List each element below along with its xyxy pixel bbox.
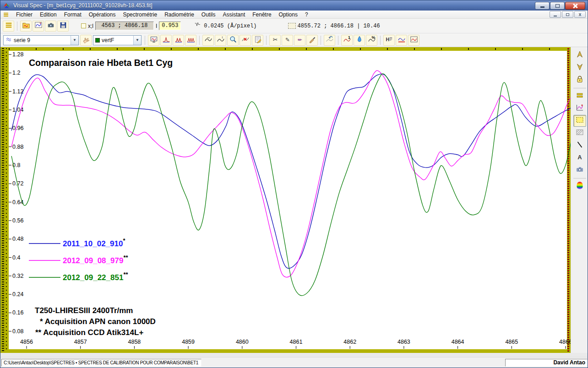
close-icon bbox=[573, 4, 577, 8]
dispersion-value: 0.0245 (Å/pixel) bbox=[204, 23, 256, 29]
hatch-icon bbox=[575, 128, 584, 139]
open-profile-button[interactable] bbox=[20, 21, 32, 32]
svg-text:H: H bbox=[386, 37, 389, 42]
undo-icon: ↶ bbox=[326, 35, 334, 45]
contrast-button[interactable] bbox=[573, 127, 586, 139]
y-tick bbox=[9, 128, 11, 129]
draw-curve-button[interactable]: ✎ bbox=[282, 35, 293, 46]
fit-horizontal-button[interactable]: ↔ bbox=[202, 35, 214, 46]
letterA-icon: A bbox=[575, 152, 584, 163]
erase-annotation-button[interactable] bbox=[252, 35, 263, 46]
svg-text:↑: ↑ bbox=[221, 35, 223, 40]
delete-curve-button[interactable]: × bbox=[240, 35, 251, 46]
uparrow-icon bbox=[575, 50, 584, 61]
lock-button[interactable] bbox=[573, 74, 586, 86]
y-tick-label: 1.2 bbox=[12, 70, 20, 76]
line-tool-button[interactable] bbox=[573, 140, 586, 152]
series-toolbar: serie 9 ▼ vertF ▼ ↔↑×✂✎✏↶1%H bbox=[0, 33, 588, 47]
normalize-curve-button[interactable]: 1 bbox=[341, 35, 353, 46]
x-tick-label: 4859 bbox=[182, 339, 195, 345]
crop-curve-button[interactable] bbox=[408, 35, 419, 46]
water-line-button[interactable] bbox=[354, 35, 365, 46]
stripes-icon bbox=[5, 21, 13, 31]
close-button[interactable] bbox=[565, 2, 585, 10]
profile-base1-button[interactable] bbox=[160, 35, 172, 46]
x-tick bbox=[242, 346, 242, 349]
chart-title: Comparaison raie Hbeta Bet1 Cyg bbox=[29, 58, 173, 68]
downarrow-icon bbox=[575, 62, 584, 73]
chartx-icon bbox=[34, 21, 43, 31]
menu-assistant[interactable]: Assistant bbox=[219, 11, 249, 18]
coord-range-field: 4563 ; 4866.18 bbox=[95, 22, 154, 30]
zoom-button[interactable] bbox=[227, 35, 239, 46]
cut-curve-button[interactable]: ✂ bbox=[269, 35, 281, 46]
chevron-down-icon[interactable]: ▼ bbox=[133, 36, 141, 45]
left-ruler-ticks bbox=[6, 48, 7, 352]
menu-outils[interactable]: Outils bbox=[198, 11, 219, 18]
menu-options[interactable]: Options bbox=[275, 11, 301, 18]
undo-curve-button[interactable]: ↶ bbox=[324, 35, 335, 46]
profile-base3-button[interactable] bbox=[185, 35, 196, 46]
add-curve-button[interactable] bbox=[573, 103, 586, 114]
profile-base2-button[interactable] bbox=[173, 35, 184, 46]
equalize-button[interactable] bbox=[573, 90, 586, 102]
percent-curve-button[interactable]: % bbox=[366, 35, 377, 46]
left-ruler bbox=[2, 48, 4, 352]
menu-oprations[interactable]: Opérations bbox=[85, 11, 120, 18]
intensity-label: I bbox=[156, 23, 157, 29]
x-tick bbox=[296, 346, 296, 349]
magnifier-icon bbox=[229, 35, 237, 45]
continuum-button[interactable] bbox=[396, 35, 407, 46]
menu-edition[interactable]: Edition bbox=[36, 11, 60, 18]
compare-profiles-button[interactable] bbox=[33, 21, 44, 32]
y-tick bbox=[9, 331, 11, 331]
mdi-close-button[interactable]: x bbox=[574, 11, 586, 18]
smooth-curve-button[interactable] bbox=[306, 35, 318, 46]
mdi-restore-button[interactable] bbox=[562, 11, 573, 18]
spectrum-plot[interactable]: 1.281.21.121.040.960.880.80.720.640.560.… bbox=[9, 51, 567, 349]
restore-button[interactable] bbox=[550, 2, 565, 10]
menu-spectromtrie[interactable]: Spectrométrie bbox=[119, 11, 161, 18]
capture-image-button[interactable] bbox=[45, 21, 56, 32]
coord-checkbox[interactable] bbox=[81, 23, 86, 28]
scroll-up-button[interactable] bbox=[573, 49, 586, 61]
save-button[interactable] bbox=[57, 21, 69, 32]
legend-label: 2011_10_02_910* bbox=[63, 237, 125, 248]
snapshot-button[interactable] bbox=[573, 164, 586, 176]
select-region-button[interactable] bbox=[573, 115, 586, 127]
menu-format[interactable]: Format bbox=[60, 11, 85, 18]
right-ruler bbox=[567, 48, 569, 352]
display-settings-button[interactable] bbox=[148, 35, 159, 46]
pick-point-button[interactable]: ✏ bbox=[294, 35, 305, 46]
x-tick-label: 4858 bbox=[128, 339, 141, 345]
camera2-icon bbox=[575, 165, 584, 176]
palette-button[interactable] bbox=[573, 180, 586, 192]
y-tick-label: 0.08 bbox=[12, 328, 23, 335]
menu-fentre[interactable]: Fenêtre bbox=[249, 11, 275, 18]
x-tick-label: 4860 bbox=[236, 339, 249, 345]
menu-?[interactable]: ? bbox=[301, 11, 312, 18]
x-tick bbox=[80, 346, 81, 349]
title-bar[interactable]: Visual Spec - [m_bet1cyg_20111002_91028v… bbox=[0, 0, 588, 11]
curveup-icon: ↑ bbox=[217, 35, 225, 45]
menu-radiomtrie[interactable]: Radiométrie bbox=[161, 11, 198, 18]
series-combobox[interactable]: serie 9 ▼ bbox=[3, 35, 79, 45]
minimize-button[interactable] bbox=[535, 2, 550, 10]
heliocentric-correction-button[interactable]: H bbox=[383, 35, 395, 46]
chevron-down-icon[interactable]: ▼ bbox=[71, 36, 78, 45]
chart-frame: 1.281.21.121.040.960.880.80.720.640.560.… bbox=[0, 47, 571, 353]
x-tick bbox=[457, 346, 458, 349]
shift-curve-button[interactable]: ↑ bbox=[215, 35, 226, 46]
display-lines-button[interactable] bbox=[3, 21, 14, 32]
side-tool-panel: A bbox=[571, 47, 588, 353]
text-tool-button[interactable]: A bbox=[573, 152, 586, 164]
menu-fichier[interactable]: Fichier bbox=[12, 11, 36, 18]
x-tick-label: 4857 bbox=[74, 339, 87, 345]
scroll-down-button[interactable] bbox=[573, 62, 586, 74]
y-tick-label: 0.32 bbox=[12, 273, 23, 279]
color-combobox[interactable]: vertF ▼ bbox=[93, 35, 142, 45]
mdi-minimize-button[interactable] bbox=[550, 11, 561, 18]
percent-icon: % bbox=[368, 35, 376, 45]
baseline-icon bbox=[397, 35, 406, 45]
pick-tool-button[interactable] bbox=[80, 35, 92, 46]
